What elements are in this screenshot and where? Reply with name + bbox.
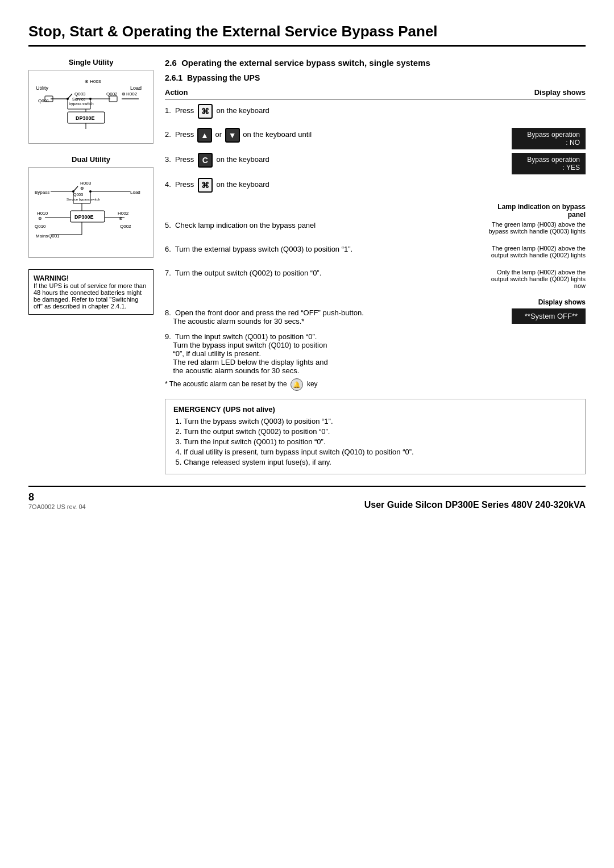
bypass-no-badge: Bypass operation: NO (512, 128, 586, 149)
warning-box: WARNING! If the UPS is out of service fo… (28, 269, 154, 315)
step-1-row: 1. Press ⌘ on the keyboard (165, 104, 586, 124)
acoustic-note: * The acoustic alarm can be reset by the… (165, 378, 586, 391)
keyboard-icon-4: ⌘ (198, 178, 213, 193)
svg-text:Service bypass switch: Service bypass switch (67, 198, 100, 201)
display-header: Display shows (483, 88, 586, 97)
section-heading: 2.6 Operating the external service bypas… (165, 58, 586, 68)
step-1-action: 1. Press ⌘ on the keyboard (165, 104, 478, 119)
emergency-item-1: Turn the bypass switch (Q003) to positio… (184, 417, 577, 425)
svg-text:DP300E: DP300E (74, 214, 94, 220)
svg-text:Q001: Q001 (38, 98, 49, 103)
step-6-row: 6. Turn the external bypass switch (Q003… (165, 245, 586, 265)
emergency-item-4: If dual utility is present, turn bypass … (184, 448, 577, 456)
step-2-display: Bypass operation: NO (483, 128, 586, 149)
svg-text:Q003: Q003 (74, 91, 86, 97)
dual-utility-svg: Bypass Load H003 ⊗ Q003 Service bypass s… (34, 172, 147, 252)
svg-text:⊗: ⊗ (80, 186, 84, 191)
step-7-action: 7. Turn the output switch (Q002) to posi… (165, 269, 478, 277)
step-5-display: The green lamp (H003) above the bypass s… (483, 221, 586, 235)
single-utility-svg: Utility ⊗ H003 Load Q001 Q003 Service by… (34, 75, 147, 137)
warning-text: If the UPS is out of service for more th… (34, 282, 146, 310)
svg-text:⊗: ⊗ (119, 216, 123, 221)
display-shows-label: Display shows (483, 298, 586, 306)
dual-utility-section: Dual Utility Bypass Load H003 ⊗ Q003 Ser… (28, 155, 154, 258)
svg-text:Utility: Utility (36, 85, 48, 91)
emergency-item-2: Turn the output switch (Q002) to positio… (184, 427, 577, 436)
lamp-header-label: Lamp indication on bypass panel (483, 203, 586, 219)
emergency-title: EMERGENCY (UPS not alive) (173, 405, 577, 414)
dual-utility-diagram: Bypass Load H003 ⊗ Q003 Service bypass s… (28, 167, 154, 258)
svg-rect-18 (109, 96, 117, 102)
step-7-display: Only the lamp (H002) above the output sw… (483, 269, 586, 289)
step-7-row: 7. Turn the output switch (Q002) to posi… (165, 269, 586, 289)
lamp-section: Lamp indication on bypass panel (165, 203, 586, 221)
svg-text:H003: H003 (80, 181, 92, 186)
step-6-num: 6. (165, 245, 171, 253)
subsection-heading: 2.6.1 Bypassing the UPS (165, 73, 586, 82)
svg-text:H002: H002 (126, 91, 138, 97)
page-footer: 8 7OA0002 US rev. 04 User Guide Silcon D… (28, 486, 586, 510)
footer-title: User Guide Silcon DP300E Series 480V 240… (364, 500, 586, 510)
footer-doc: 7OA0002 US rev. 04 (28, 503, 86, 510)
c-key-icon: C (198, 153, 213, 168)
step-4-row: 4. Press ⌘ on the keyboard (165, 178, 586, 198)
step-3-display: Bypass operation: YES (483, 153, 586, 174)
step-9-num: 9. (165, 332, 171, 341)
step-8-display: **System OFF** (483, 308, 586, 324)
svg-text:⊗ H003: ⊗ H003 (85, 79, 101, 84)
svg-text:Q001: Q001 (48, 233, 60, 239)
step-6-action: 6. Turn the external bypass switch (Q003… (165, 245, 478, 253)
step-5-num: 5. (165, 221, 171, 229)
single-utility-section: Single Utility Utility ⊗ H003 Load Q001 … (28, 58, 154, 144)
svg-text:Mains: Mains (36, 233, 48, 239)
left-column: Single Utility Utility ⊗ H003 Load Q001 … (28, 58, 154, 474)
step-9-row: 9. Turn the input switch (Q001) to posit… (165, 332, 586, 375)
svg-text:bypass switch: bypass switch (69, 102, 94, 106)
dual-utility-label: Dual Utility (28, 155, 154, 164)
step-6-display: The green lamp (H002) above the output s… (483, 245, 586, 258)
single-utility-label: Single Utility (28, 58, 154, 66)
warning-title: WARNING! (34, 274, 69, 282)
arrow-down-icon: ▼ (225, 128, 240, 143)
step-7-num: 7. (165, 269, 171, 277)
emergency-box: EMERGENCY (UPS not alive) Turn the bypas… (165, 399, 586, 474)
single-utility-diagram: Utility ⊗ H003 Load Q001 Q003 Service by… (28, 70, 154, 144)
svg-text:DP300E: DP300E (76, 115, 95, 121)
step-1-num: 1. (165, 106, 171, 115)
keyboard-icon-1: ⌘ (198, 104, 213, 119)
svg-text:H002: H002 (118, 211, 129, 216)
bell-icon: 🔔 (291, 378, 303, 391)
right-column: 2.6 Operating the external service bypas… (165, 58, 586, 474)
page-title: Stop, Start & Operating the External Ser… (28, 23, 586, 47)
emergency-list: Turn the bypass switch (Q003) to positio… (173, 417, 577, 466)
emergency-item-3: Turn the input switch (Q001) to position… (184, 437, 577, 446)
svg-text:⊗: ⊗ (122, 91, 126, 97)
display-shows-section: Display shows (165, 293, 586, 308)
svg-text:H010: H010 (37, 211, 48, 216)
svg-text:Load: Load (130, 190, 140, 195)
svg-text:Load: Load (130, 85, 142, 91)
step-3-row: 3. Press C on the keyboard Bypass operat… (165, 153, 586, 174)
step-8-row: 8. Open the front door and press the red… (165, 308, 586, 329)
step-9-action: 9. Turn the input switch (Q001) to posit… (165, 332, 478, 375)
bypass-yes-badge: Bypass operation: YES (512, 153, 586, 174)
step-5-row: 5. Check lamp indication on the bypass p… (165, 221, 586, 241)
step-2-num: 2. (165, 130, 171, 139)
emergency-item-5: Change released system input fuse(s), if… (184, 458, 577, 466)
step-8-num: 8. (165, 308, 171, 317)
step-4-num: 4. (165, 180, 171, 189)
step-5-action: 5. Check lamp indication on the bypass p… (165, 221, 478, 229)
svg-text:Q002: Q002 (120, 224, 131, 229)
arrow-up-icon: ▲ (197, 128, 212, 143)
column-headers: Action Display shows (165, 88, 586, 99)
page-number: 8 (28, 491, 86, 503)
svg-text:Q010: Q010 (35, 224, 46, 229)
system-off-badge: **System OFF** (512, 308, 586, 324)
step-3-num: 3. (165, 155, 171, 164)
step-4-action: 4. Press ⌘ on the keyboard (165, 178, 478, 193)
step-2-action: 2. Press ▲ or ▼ on the keyboard until (165, 128, 478, 143)
step-8-action: 8. Open the front door and press the red… (165, 308, 478, 326)
svg-text:Bypass: Bypass (35, 190, 49, 195)
svg-text:⊗: ⊗ (38, 216, 42, 221)
action-header: Action (165, 88, 478, 97)
